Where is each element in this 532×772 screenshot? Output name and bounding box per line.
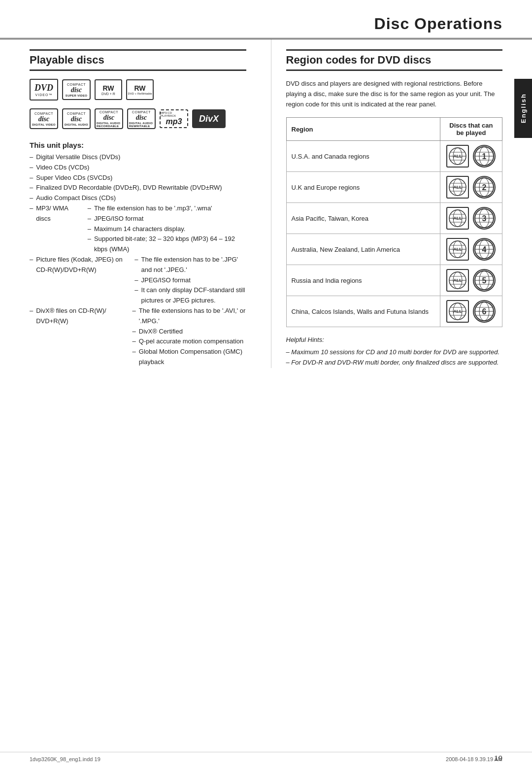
sub-list-item: It can only display DCF-standard still p…	[134, 285, 246, 306]
all-globe-icon: ALL	[446, 176, 469, 199]
cd-digital-audio-logo: COMPACT disc DIGITAL AUDIO	[62, 108, 91, 129]
all-globe-icon: ALL	[446, 269, 469, 292]
sub-list-item: DivX® Certified	[133, 327, 246, 337]
main-content: Playable discs DVD VIDEO™ COMPACT disc S…	[0, 39, 532, 368]
region-cell: Russia and India regions	[286, 265, 440, 296]
all-globe-icon: ALL	[446, 145, 469, 168]
svg-text:ALL: ALL	[454, 216, 463, 221]
list-item-mp3: MP3/ WMA discs The file extension has to…	[30, 203, 246, 255]
discs-cell: ALL 3	[440, 203, 502, 234]
hint-item-1: – Maximum 10 sessions for CD and 10 mult…	[286, 347, 503, 358]
region-table: Region Discs that can be played U.S.A. a…	[286, 117, 503, 327]
number-globe-icon: 6	[473, 300, 496, 323]
svg-text:ALL: ALL	[454, 154, 463, 159]
unit-plays-title: This unit plays:	[30, 141, 246, 149]
rw-dvdplusr-logo: RW DVD + R	[95, 79, 122, 100]
page-footer: 1dvp3260K_98_eng1.indd 19 2008-04-18 9.3…	[0, 752, 532, 762]
page-container: English Disc Operations Playable discs D…	[0, 0, 532, 772]
logo-row-1: DVD VIDEO™ COMPACT disc SUPER VIDEO RW D…	[30, 79, 154, 101]
list-item-picture: Picture files (Kodak, JPEG) on CD-R(W)/D…	[30, 255, 246, 306]
svg-text:6: 6	[482, 307, 487, 316]
sub-list-item: Global Motion Compensation (GMC) playbac…	[133, 347, 246, 368]
discs-cell: ALL 4	[440, 234, 502, 265]
region-col-header: Region	[286, 118, 440, 141]
sub-list-item: JPEG/ISO format	[134, 275, 246, 286]
plays-list: Digital Versatile Discs (DVDs) Video CDs…	[30, 152, 246, 368]
dvd-video-logo: DVD VIDEO™	[30, 79, 58, 101]
sub-list-item: JPEG/ISO format	[88, 214, 246, 224]
page-header: Disc Operations	[0, 0, 532, 39]
footer-left: 1dvp3260K_98_eng1.indd 19	[30, 756, 100, 762]
region-cell: Australia, New Zealand, Latin America	[286, 234, 440, 265]
sub-list-item: The file extensions has to be '.AVI,' or…	[133, 306, 246, 327]
rw-dvdrewritable-logo: RW DVD + ReWritable	[126, 79, 154, 100]
table-row: Asia Pacific, Taiwan, Korea ALL 3	[286, 203, 502, 234]
cd-digital-video-logo: COMPACT disc DIGITAL VIDEO	[30, 108, 58, 129]
svg-text:5: 5	[482, 276, 487, 285]
cd-super-video-logo: COMPACT disc SUPER VIDEO	[62, 79, 91, 100]
all-globe-icon: ALL	[446, 300, 469, 323]
svg-text:3: 3	[482, 214, 487, 223]
divx-sub-list: The file extensions has to be '.AVI,' or…	[133, 306, 246, 368]
region-intro: DVD discs and players are designed with …	[286, 79, 503, 109]
region-cell: China, Calcos Islands, Walls and Futuna …	[286, 296, 440, 327]
discs-cell: ALL 6	[440, 296, 502, 327]
mp3-logo: MP3-CD PLAYBACK mp3	[160, 109, 188, 128]
logo-row-2: COMPACT disc DIGITAL VIDEO COMPACT disc …	[30, 108, 156, 129]
number-globe-icon: 1	[473, 145, 496, 168]
table-row: U.K and Europe regions ALL 2	[286, 172, 502, 203]
number-globe-icon: 3	[473, 207, 496, 230]
table-row: China, Calcos Islands, Walls and Futuna …	[286, 296, 502, 327]
list-item: Digital Versatile Discs (DVDs)	[30, 152, 246, 163]
sub-list-item: The file extension has to be '.mp3', '.w…	[88, 203, 246, 214]
mp3-sub-list: The file extension has to be '.mp3', '.w…	[88, 203, 246, 255]
svg-text:ALL: ALL	[454, 247, 463, 252]
list-item-divx: DivX® files on CD-R(W)/ DVD+R(W) The fil…	[30, 306, 246, 368]
region-cell: U.S.A. and Canada regions	[286, 141, 440, 172]
svg-text:ALL: ALL	[454, 185, 463, 190]
table-row: Australia, New Zealand, Latin America AL…	[286, 234, 502, 265]
page-number: 19	[494, 754, 502, 762]
discs-cell: ALL 1	[440, 141, 502, 172]
list-item: Finalized DVD Recordable (DVD±R), DVD Re…	[30, 183, 246, 193]
svg-text:2: 2	[482, 183, 487, 192]
sub-list-item: Supported bit-rate; 32 – 320 kbps (MP3) …	[88, 234, 246, 255]
sub-list-item: Maximum 14 characters display.	[88, 224, 246, 235]
hint-item-2: – For DVD-R and DVD-RW multi border, onl…	[286, 358, 503, 368]
right-column: Region codes for DVD discs DVD discs and…	[271, 39, 503, 368]
cd-digital-audio-rewritable-logo: COMPACT disc DIGITAL AUDIO ReWritable	[127, 108, 156, 129]
number-globe-icon: 2	[473, 176, 496, 199]
logo-row-3: MP3-CD PLAYBACK mp3 DivX	[160, 109, 226, 128]
helpful-hints: Helpful Hints: – Maximum 10 sessions for…	[286, 335, 503, 368]
picture-sub-list: The file extension has to be '.JPG' and …	[134, 255, 246, 306]
sub-list-item: The file extension has to be '.JPG' and …	[134, 255, 246, 275]
disc-logos-area: DVD VIDEO™ COMPACT disc SUPER VIDEO RW D…	[30, 79, 246, 133]
region-codes-heading: Region codes for DVD discs	[286, 49, 503, 71]
region-cell: Asia Pacific, Taiwan, Korea	[286, 203, 440, 234]
page-title: Disc Operations	[374, 15, 502, 33]
svg-text:ALL: ALL	[454, 309, 463, 314]
discs-cell: ALL 2	[440, 172, 502, 203]
list-item: Audio Compact Discs (CDs)	[30, 193, 246, 203]
all-globe-icon: ALL	[446, 238, 469, 261]
cd-digital-audio-recordable-logo: COMPACT disc DIGITAL AUDIO Recordable	[95, 108, 123, 129]
number-globe-icon: 5	[473, 269, 496, 292]
all-globe-icon: ALL	[446, 207, 469, 230]
playable-discs-heading: Playable discs	[30, 49, 246, 71]
list-item: Super Video CDs (SVCDs)	[30, 173, 246, 183]
list-item: Video CDs (VCDs)	[30, 163, 246, 173]
sub-list-item: Q-pel accurate motion compensation	[133, 336, 246, 347]
hints-title: Helpful Hints:	[286, 335, 503, 345]
svg-text:4: 4	[482, 245, 487, 254]
svg-text:ALL: ALL	[454, 278, 463, 283]
divx-logo: DivX	[192, 109, 226, 128]
svg-text:1: 1	[482, 152, 487, 161]
region-cell: U.K and Europe regions	[286, 172, 440, 203]
discs-cell: ALL 5	[440, 265, 502, 296]
table-row: U.S.A. and Canada regions ALL 1	[286, 141, 502, 172]
english-tab: English	[514, 79, 532, 138]
number-globe-icon: 4	[473, 238, 496, 261]
discs-col-header: Discs that can be played	[440, 118, 502, 141]
table-row: Russia and India regions ALL 5	[286, 265, 502, 296]
left-column: Playable discs DVD VIDEO™ COMPACT disc S…	[30, 39, 256, 368]
